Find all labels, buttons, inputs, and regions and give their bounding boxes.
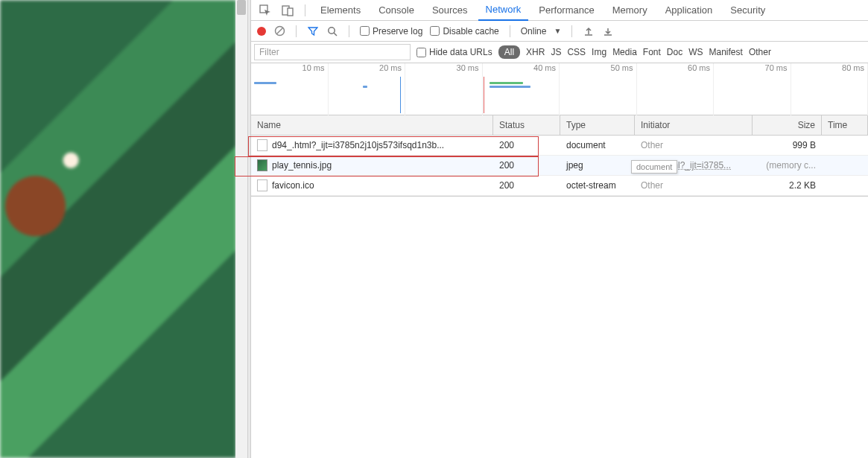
hide-data-urls-checkbox[interactable]: Hide data URLs xyxy=(416,47,492,57)
throttling-select[interactable]: Online ▼ xyxy=(521,26,562,36)
col-size[interactable]: Size xyxy=(753,115,822,135)
svg-rect-2 xyxy=(288,8,293,16)
request-type: document xyxy=(560,136,635,155)
request-status: 200 xyxy=(493,156,560,175)
separator xyxy=(510,25,510,37)
disable-cache-label: Disable cache xyxy=(443,26,498,36)
type-filter-xhr[interactable]: XHR xyxy=(526,47,545,57)
document-icon xyxy=(257,179,267,191)
col-status[interactable]: Status xyxy=(493,115,560,135)
tick: 50 ms xyxy=(560,63,637,115)
col-initiator[interactable]: Initiator xyxy=(635,115,753,135)
col-type[interactable]: Type xyxy=(560,115,635,135)
type-filter-doc[interactable]: Doc xyxy=(667,47,682,57)
request-status: 200 xyxy=(493,136,560,155)
request-time xyxy=(822,176,868,195)
hide-data-urls-label: Hide data URLs xyxy=(429,47,492,57)
request-size: 2.2 KB xyxy=(753,176,822,195)
request-row[interactable]: d94_.html?_ijt=i3785n2j10js573ifsqd1n3b.… xyxy=(251,136,868,156)
request-type: octet-stream xyxy=(560,176,635,195)
load-marker xyxy=(484,77,484,113)
throttling-value: Online xyxy=(521,26,547,36)
tick: 30 ms xyxy=(405,63,483,115)
preserve-log-label: Preserve log xyxy=(373,26,422,36)
tab-network[interactable]: Network xyxy=(478,0,529,21)
tick: 80 ms xyxy=(791,63,869,115)
inspect-element-icon[interactable] xyxy=(256,1,275,19)
request-status: 200 xyxy=(493,176,560,195)
request-size: (memory c... xyxy=(753,156,822,175)
request-time xyxy=(822,156,868,175)
preserve-log-input[interactable] xyxy=(360,26,370,36)
tick: 40 ms xyxy=(483,63,560,115)
col-name[interactable]: Name xyxy=(251,115,493,135)
preserve-log-checkbox[interactable]: Preserve log xyxy=(360,26,422,36)
tab-console[interactable]: Console xyxy=(371,0,422,21)
request-initiator: Other xyxy=(641,140,663,150)
network-toolbar: Preserve log Disable cache Online ▼ xyxy=(251,21,868,42)
document-icon xyxy=(257,139,267,151)
overview-bar xyxy=(254,82,276,84)
page-scrollbar[interactable] xyxy=(235,0,247,458)
tab-elements[interactable]: Elements xyxy=(313,0,368,21)
page-preview xyxy=(0,0,248,458)
filter-input[interactable] xyxy=(254,44,411,60)
hide-data-urls-input[interactable] xyxy=(416,48,426,57)
svg-point-5 xyxy=(329,27,335,33)
separator xyxy=(349,25,349,37)
tick: 10 ms xyxy=(251,63,329,115)
tab-memory[interactable]: Memory xyxy=(605,0,655,21)
request-name: favicon.ico xyxy=(272,180,314,191)
request-row[interactable]: play_tennis.jpg 200 jpeg d94_.html?_ijt=… xyxy=(251,156,868,176)
request-initiator: Other xyxy=(641,180,663,191)
type-filter-js[interactable]: JS xyxy=(551,47,561,57)
dom-content-marker xyxy=(400,77,401,113)
filter-bar: Hide data URLs All XHR JS CSS Img Media … xyxy=(251,42,868,63)
tab-sources[interactable]: Sources xyxy=(425,0,475,21)
type-filter-manifest[interactable]: Manifest xyxy=(709,47,743,57)
type-filter-all[interactable]: All xyxy=(498,45,520,59)
type-filter-img[interactable]: Img xyxy=(592,47,606,57)
request-row[interactable]: favicon.ico 200 octet-stream Other 2.2 K… xyxy=(251,176,868,196)
type-filter-other[interactable]: Other xyxy=(749,47,771,57)
tab-performance[interactable]: Performance xyxy=(531,0,601,21)
timeline-ticks: 10 ms 20 ms 30 ms 40 ms 50 ms 60 ms 70 m… xyxy=(251,63,868,75)
upload-har-icon[interactable] xyxy=(583,25,595,37)
devtools-panel: Elements Console Sources Network Perform… xyxy=(251,0,868,458)
type-filter-media[interactable]: Media xyxy=(612,47,637,57)
scrollbar-thumb[interactable] xyxy=(237,0,246,15)
tick: 60 ms xyxy=(637,63,715,115)
download-har-icon[interactable] xyxy=(602,25,614,37)
devtools-tab-strip: Elements Console Sources Network Perform… xyxy=(251,0,868,21)
disable-cache-checkbox[interactable]: Disable cache xyxy=(430,26,498,36)
clear-icon[interactable] xyxy=(273,25,285,37)
preview-image xyxy=(0,0,236,458)
request-name: d94_.html?_ijt=i3785n2j10js573ifsqd1n3b.… xyxy=(272,140,444,150)
request-table: Name Status Type Initiator Size Time d94… xyxy=(251,115,868,197)
disable-cache-input[interactable] xyxy=(430,26,440,36)
tab-application[interactable]: Application xyxy=(658,0,720,21)
chevron-down-icon: ▼ xyxy=(554,27,561,35)
request-table-header: Name Status Type Initiator Size Time xyxy=(251,115,868,136)
tick: 70 ms xyxy=(714,63,791,115)
image-icon xyxy=(257,159,267,171)
request-type: jpeg xyxy=(560,156,635,175)
filter-icon[interactable] xyxy=(307,25,319,37)
device-toolbar-icon[interactable] xyxy=(278,1,297,19)
record-button[interactable] xyxy=(257,27,266,36)
col-time[interactable]: Time xyxy=(822,115,868,135)
separator xyxy=(296,25,297,37)
separator xyxy=(305,4,305,16)
type-filter-css[interactable]: CSS xyxy=(567,47,586,57)
request-name: play_tennis.jpg xyxy=(272,160,332,171)
svg-line-4 xyxy=(276,28,282,34)
search-icon[interactable] xyxy=(326,25,338,37)
tick: 20 ms xyxy=(329,63,406,115)
timeline-overview[interactable]: 10 ms 20 ms 30 ms 40 ms 50 ms 60 ms 70 m… xyxy=(251,63,868,115)
type-filter-font[interactable]: Font xyxy=(643,47,661,57)
svg-line-6 xyxy=(334,33,337,36)
request-initiator[interactable]: d94_.html?_ijt=i3785... xyxy=(641,160,731,171)
type-filter-ws[interactable]: WS xyxy=(688,47,703,57)
tab-security[interactable]: Security xyxy=(723,0,773,21)
request-size: 999 B xyxy=(753,136,822,155)
